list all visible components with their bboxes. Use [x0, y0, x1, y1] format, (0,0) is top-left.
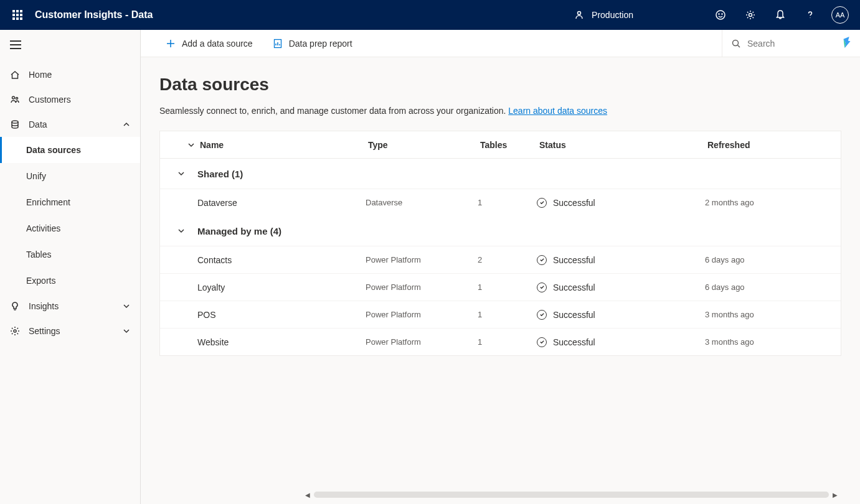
check-icon [537, 282, 547, 292]
customers-icon [10, 95, 20, 105]
status-badge: Successful [537, 198, 705, 208]
nav-settings-label: Settings [29, 326, 60, 336]
page-title: Data sources [159, 75, 841, 95]
toolbar: Add a data source Data prep report [141, 30, 860, 57]
home-icon [10, 70, 20, 80]
data-sources-table: Name Type Tables Status Refreshed Shared… [159, 131, 841, 356]
sidebar: Home Customers Data Data sources Unify E… [0, 30, 141, 504]
chevron-up-icon [123, 121, 130, 128]
status-badge: Successful [537, 337, 705, 347]
app-title: Customer Insights - Data [35, 9, 574, 21]
horizontal-scrollbar[interactable]: ◀ ▶ [305, 490, 838, 499]
hamburger-icon[interactable] [10, 40, 21, 49]
chevron-down-icon [123, 302, 130, 310]
nav-settings[interactable]: Settings [0, 319, 140, 343]
feedback-icon[interactable] [708, 0, 733, 30]
table-row[interactable]: Dataverse Dataverse 1 Successful 2 month… [160, 189, 841, 216]
table-row[interactable]: Loyalty Power Platform 1 Successful 6 da… [160, 273, 841, 301]
svg-point-8 [14, 330, 16, 332]
svg-point-4 [749, 14, 752, 17]
settings-gear-icon[interactable] [738, 0, 763, 30]
search-icon [731, 39, 741, 49]
report-icon [273, 39, 283, 49]
notifications-bell-icon[interactable] [768, 0, 793, 30]
environment-name: Production [592, 10, 633, 20]
page-description: Seamlessly connect to, enrich, and manag… [159, 106, 841, 116]
nav-exports[interactable]: Exports [0, 268, 140, 294]
nav-data-label: Data [29, 119, 47, 129]
svg-point-10 [733, 40, 739, 45]
table-row[interactable]: Website Power Platform 1 Successful 3 mo… [160, 328, 841, 355]
column-type[interactable]: Type [366, 140, 478, 150]
user-avatar[interactable]: AA [828, 0, 853, 30]
environment-icon [574, 10, 584, 20]
chevron-down-icon[interactable] [187, 141, 195, 149]
nav-home-label: Home [29, 70, 52, 80]
header-bar: Customer Insights - Data Production AA [0, 0, 860, 30]
nav-tables[interactable]: Tables [0, 241, 140, 268]
table-header: Name Type Tables Status Refreshed [160, 131, 841, 159]
search-input[interactable] [747, 39, 816, 49]
settings-icon [10, 326, 20, 336]
scroll-right-icon[interactable]: ▶ [833, 492, 838, 498]
svg-point-5 [12, 96, 15, 99]
status-badge: Successful [537, 310, 705, 320]
nav-customers[interactable]: Customers [0, 87, 140, 112]
table-row[interactable]: Contacts Power Platform 2 Successful 6 d… [160, 246, 841, 273]
svg-point-2 [719, 14, 719, 14]
svg-point-3 [722, 14, 722, 14]
nav-data-sources[interactable]: Data sources [0, 137, 140, 163]
chevron-down-icon[interactable] [177, 227, 185, 235]
check-icon [537, 198, 547, 208]
nav-data[interactable]: Data [0, 112, 140, 137]
app-launcher-icon[interactable] [5, 0, 30, 30]
check-icon [537, 337, 547, 347]
main-content: Add a data source Data prep report Data … [141, 30, 860, 504]
data-prep-report-button[interactable]: Data prep report [267, 35, 359, 52]
copilot-icon[interactable] [834, 37, 860, 50]
nav-enrichment[interactable]: Enrichment [0, 189, 140, 215]
status-badge: Successful [537, 282, 705, 292]
table-row[interactable]: POS Power Platform 1 Successful 3 months… [160, 301, 841, 328]
learn-link[interactable]: Learn about data sources [508, 106, 607, 116]
nav-home[interactable]: Home [0, 62, 140, 87]
column-tables[interactable]: Tables [478, 140, 537, 150]
check-icon [537, 255, 547, 265]
nav-insights-label: Insights [29, 301, 59, 311]
data-icon [10, 119, 20, 129]
nav-unify[interactable]: Unify [0, 163, 140, 189]
svg-point-6 [16, 97, 17, 99]
check-icon [537, 310, 547, 320]
avatar-initials: AA [831, 6, 849, 24]
add-data-source-button[interactable]: Add a data source [159, 35, 259, 52]
scroll-left-icon[interactable]: ◀ [305, 492, 310, 498]
column-name[interactable]: Name [197, 140, 366, 150]
group-row[interactable]: Shared (1) [160, 159, 841, 189]
svg-point-7 [12, 121, 18, 123]
status-badge: Successful [537, 255, 705, 265]
group-row[interactable]: Managed by me (4) [160, 216, 841, 246]
column-refreshed[interactable]: Refreshed [705, 140, 811, 150]
column-status[interactable]: Status [537, 140, 705, 150]
header-actions: AA [708, 0, 853, 30]
insights-icon [10, 301, 20, 311]
svg-point-1 [716, 11, 725, 19]
nav-activities[interactable]: Activities [0, 215, 140, 241]
nav-customers-label: Customers [29, 95, 71, 105]
plus-icon [166, 39, 176, 49]
svg-point-0 [578, 12, 581, 15]
chevron-down-icon [123, 327, 130, 335]
environment-picker[interactable]: Production [574, 10, 633, 20]
chevron-down-icon[interactable] [177, 170, 185, 177]
search-box[interactable] [722, 30, 834, 57]
nav-insights[interactable]: Insights [0, 294, 140, 319]
help-icon[interactable] [798, 0, 823, 30]
